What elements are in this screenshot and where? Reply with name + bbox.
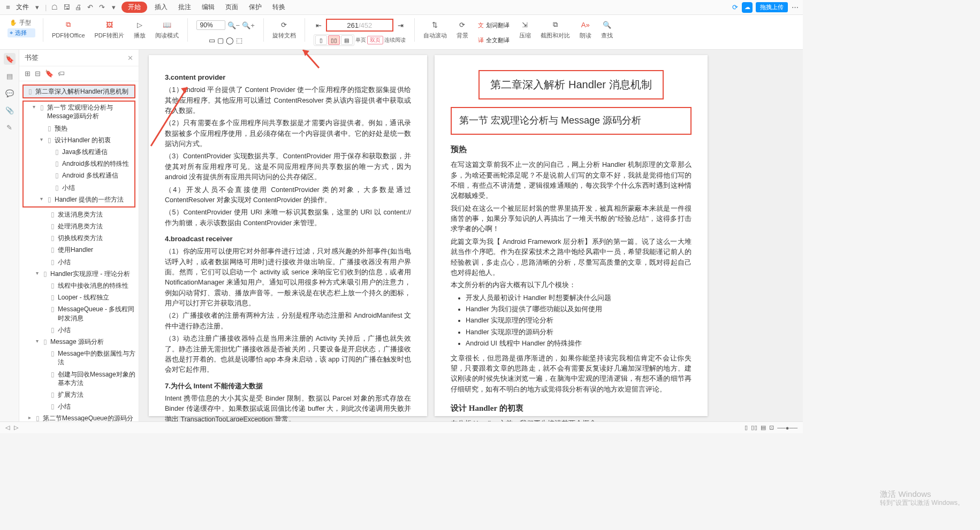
twisty-icon[interactable]: ▸	[27, 414, 32, 421]
bookmark-node[interactable]: ▾▯设计Handler 的初衷	[24, 134, 134, 146]
actual-size-icon[interactable]: ◯	[226, 36, 234, 44]
zoom-slider[interactable]: ──●──	[777, 425, 797, 431]
first-page-icon[interactable]: ⇤	[316, 21, 322, 29]
background-button[interactable]: ⟳背景	[453, 17, 472, 41]
bookmark-node[interactable]: ▯小结	[19, 324, 139, 336]
close-icon[interactable]: ✕	[127, 54, 133, 62]
bookmark-icon: ▯	[49, 390, 56, 399]
bookmark-node[interactable]: ▯发送消息类方法	[19, 209, 139, 220]
bookmark-node[interactable]: ▯Message中的数据属性与方法	[19, 348, 139, 368]
chevron-down-icon[interactable]: ▾	[110, 4, 117, 11]
bookmark-node[interactable]: ▯处理消息类方法	[19, 220, 139, 232]
bookmark-icon: ▯	[54, 183, 60, 192]
document-viewer[interactable]: 3.content provider （1）android 平台提供了 Cont…	[139, 50, 803, 421]
bookmark-node[interactable]: ▸▯第二节MessageQueue的源码分析	[19, 412, 139, 421]
status-view-icon[interactable]: ▤	[761, 424, 766, 431]
zoom-out-icon[interactable]: 🔍−	[227, 21, 240, 29]
status-fit-icon[interactable]: ⊡	[769, 424, 774, 431]
tab-page[interactable]: 页面	[222, 2, 241, 13]
tab-start[interactable]: 开始	[121, 2, 147, 13]
pdf-to-office-button[interactable]: ⧉PDF转Office	[49, 17, 88, 41]
bookmark-node[interactable]: ▯预热	[24, 122, 134, 134]
bookmark-node[interactable]: ▯线程中接收消息的特殊性	[19, 280, 139, 291]
save-icon[interactable]: 🖫	[63, 4, 70, 11]
zoom-select[interactable]: 90%	[196, 20, 225, 30]
thumbnail-panel-icon[interactable]: ▤	[4, 70, 16, 82]
open-icon[interactable]: ☖	[51, 4, 58, 11]
twisty-icon[interactable]: ▾	[34, 337, 40, 345]
drag-upload-tag[interactable]: 拖拽上传	[756, 2, 788, 12]
tab-edit[interactable]: 编辑	[199, 2, 218, 13]
pdf-to-image-button[interactable]: 🖼PDF转图片	[92, 17, 127, 41]
twisty-icon[interactable]: ▾	[31, 103, 36, 111]
menu-icon[interactable]: ≡	[4, 4, 12, 11]
prev-page-icon[interactable]: ◁	[5, 424, 10, 431]
tab-protect[interactable]: 保护	[246, 2, 265, 13]
hand-tool[interactable]: ✋ 手型	[7, 18, 35, 27]
chevron-down-icon[interactable]: ▾	[33, 4, 41, 11]
bookmark-node[interactable]: ▯扩展方法	[19, 389, 139, 401]
file-menu[interactable]: 文件	[16, 3, 29, 12]
bookmark-node[interactable]: ▯Looper - 线程独立	[19, 291, 139, 303]
twisty-icon[interactable]: ▾	[39, 195, 44, 203]
cloud-icon[interactable]: ☁	[742, 2, 753, 13]
cloud-sync-icon[interactable]: ⟳	[731, 4, 739, 11]
bookmark-panel-icon[interactable]: 🔖	[4, 53, 16, 65]
bookmark-node[interactable]: ▯切换线程类方法	[19, 232, 139, 244]
more-icon[interactable]: ⋯	[791, 4, 799, 11]
redo-icon[interactable]: ↷	[98, 4, 105, 11]
fit-page-icon[interactable]: ▢	[217, 36, 224, 44]
compare-button[interactable]: ⧉截图和对比	[537, 17, 573, 41]
bookmark-node[interactable]: ▯MessageQueue - 多线程同时发消息	[19, 303, 139, 324]
auto-scroll-button[interactable]: ⇅自动滚动	[420, 17, 450, 41]
last-page-icon[interactable]: ⇥	[398, 21, 404, 29]
signature-panel-icon[interactable]: ✎	[4, 121, 16, 133]
fit-width-icon[interactable]: ▭	[209, 36, 215, 44]
bookmark-node[interactable]: ▯小结	[19, 401, 139, 412]
bookmark-node[interactable]: ▾▯第一节 宏观理论分析与Message源码分析	[24, 102, 134, 122]
fit-height-icon[interactable]: ⬚	[236, 36, 242, 44]
bookmarks-tree[interactable]: ▯ 第二章深入解析Handler消息机制 ▾▯第一节 宏观理论分析与Messag…	[19, 81, 139, 421]
view-single[interactable]: ▯	[315, 35, 327, 45]
bookmark-node[interactable]: ▾▯Handler实现原理 - 理论分析	[19, 268, 139, 280]
next-page-icon[interactable]: ▷	[14, 424, 18, 431]
bookmark-node[interactable]: ▯Java多线程通信	[24, 146, 134, 158]
view-cont[interactable]: ▤	[341, 35, 353, 45]
bookmark-node[interactable]: ▯Android 多线程通信	[24, 170, 134, 181]
compress-button[interactable]: ⇲压缩	[516, 17, 534, 41]
read-aloud-button[interactable]: A»朗读	[576, 17, 595, 41]
bookmark-node[interactable]: ▾▯Handler 提供的一些方法	[24, 194, 134, 205]
view-double[interactable]: ▯▯	[328, 35, 340, 45]
twisty-icon[interactable]: ▾	[39, 136, 44, 143]
print-icon[interactable]: 🖨	[74, 4, 82, 11]
bookmark-node[interactable]: ▾▯Message 源码分析	[19, 336, 139, 348]
zoom-in-icon[interactable]: 🔍+	[242, 21, 255, 29]
bookmarks-header: 书签 ✕	[19, 50, 139, 66]
tab-convert[interactable]: 转换	[269, 2, 288, 13]
read-mode-button[interactable]: 📖阅读模式	[152, 17, 182, 41]
status-view-icon[interactable]: ▯	[745, 424, 748, 431]
tab-insert[interactable]: 插入	[151, 2, 171, 13]
status-view-icon[interactable]: ▯▯	[751, 424, 757, 431]
twisty-icon[interactable]: ▾	[34, 270, 40, 277]
bookmark-node[interactable]: ▯使用Handler	[19, 244, 139, 256]
undo-icon[interactable]: ↶	[86, 4, 94, 11]
bookmark-node[interactable]: ▯小结	[24, 182, 134, 194]
select-tool[interactable]: ⌖ 选择	[7, 28, 35, 37]
rotate-button[interactable]: ⟳旋转文档	[269, 17, 299, 41]
bookmark-node[interactable]: ▯Android多线程的特殊性	[24, 158, 134, 170]
tab-annotate[interactable]: 批注	[175, 2, 194, 13]
add-bookmark-icon[interactable]: 🔖	[45, 70, 54, 78]
expand-all-icon[interactable]: ⊞	[25, 70, 31, 78]
comment-panel-icon[interactable]: 💬	[4, 87, 16, 99]
bookmark-options-icon[interactable]: 🏷	[58, 70, 65, 78]
attachment-panel-icon[interactable]: 📎	[4, 104, 16, 116]
bookmark-node[interactable]: ▯小结	[19, 256, 139, 268]
pdf-page-left: 3.content provider （1）android 平台提供了 Cont…	[149, 55, 427, 416]
bookmark-node[interactable]: ▯创建与回收Message对象的基本方法	[19, 368, 139, 389]
collapse-all-icon[interactable]: ⊟	[35, 70, 41, 78]
page-number-input[interactable]: 261/452	[326, 19, 393, 32]
play-button[interactable]: ▷播放	[131, 17, 149, 41]
bookmark-node-selected[interactable]: ▯ 第二章深入解析Handler消息机制	[24, 86, 134, 97]
find-button[interactable]: 🔍查找	[598, 17, 616, 41]
